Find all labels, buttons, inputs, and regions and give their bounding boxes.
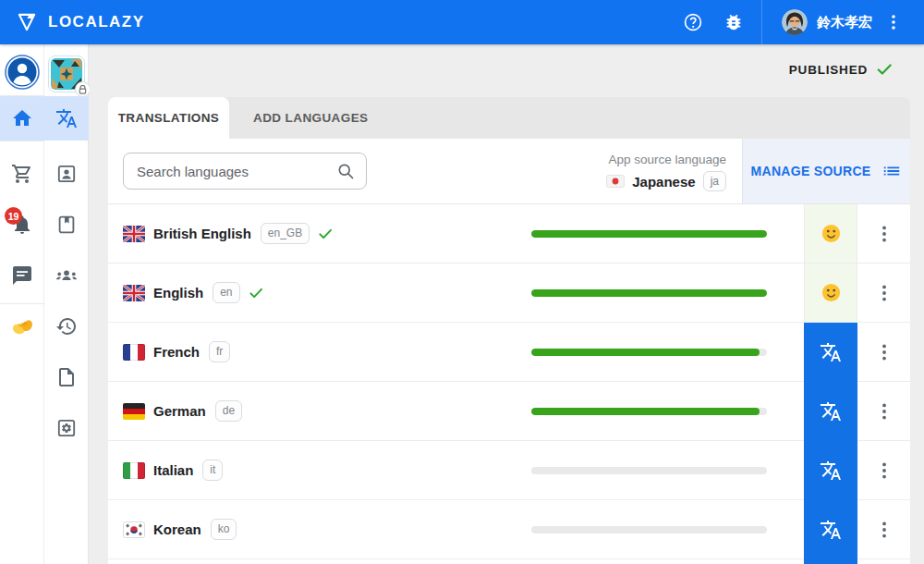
translation-progress-bar	[531, 289, 767, 297]
translate-action-cell[interactable]	[804, 382, 857, 441]
flag-de-icon	[123, 403, 145, 420]
localazy-logo-icon	[15, 10, 39, 34]
project-sidebar	[44, 44, 89, 564]
published-label: PUBLISHED	[789, 63, 868, 77]
account-button[interactable]	[0, 50, 44, 94]
flag-jp-icon	[606, 175, 625, 188]
language-name: Italian	[153, 462, 193, 478]
translate-action-cell[interactable]	[804, 323, 857, 382]
language-name: English	[153, 285, 203, 300]
language-row[interactable]: British English en_GB	[108, 204, 910, 264]
history-icon	[55, 315, 78, 337]
language-name: Korean	[153, 521, 201, 537]
language-code-badge: fr	[209, 341, 230, 362]
sidebar-item-glossary[interactable]	[44, 202, 89, 247]
language-row[interactable]: English en	[108, 264, 910, 323]
file-icon	[55, 366, 78, 388]
bug-report-icon[interactable]	[723, 12, 744, 32]
sidebar-item-translations[interactable]	[44, 96, 89, 141]
row-menu-button[interactable]	[877, 441, 892, 499]
flag-it-icon	[123, 462, 145, 479]
sidebar-item-files[interactable]	[44, 355, 89, 399]
header-divider	[761, 0, 762, 44]
translate-action-cell[interactable]	[804, 500, 857, 559]
review-status-cell[interactable]	[804, 264, 857, 322]
translate-icon	[55, 107, 78, 129]
sidebar-item-messages[interactable]	[0, 253, 44, 298]
top-bar: LOCALAZY 鈴木孝宏	[0, 0, 924, 44]
language-code-badge: de	[215, 400, 242, 421]
flag-gb-icon	[123, 285, 145, 301]
sidebar-item-team[interactable]	[44, 253, 89, 298]
manage-source-button[interactable]: MANAGE SOURCE	[742, 139, 910, 203]
language-name: British English	[153, 226, 251, 241]
language-code-badge: en_GB	[261, 223, 310, 243]
language-name: French	[153, 344, 200, 360]
source-language-name: Japanese	[632, 174, 695, 190]
sidebar-item-store[interactable]	[0, 152, 44, 196]
help-icon[interactable]	[683, 12, 703, 32]
flag-kr-icon	[123, 521, 145, 538]
publish-status[interactable]: PUBLISHED	[789, 60, 894, 79]
sidebar-item-settings[interactable]	[44, 406, 89, 450]
language-name: German	[153, 403, 206, 419]
language-row[interactable]: German de	[108, 382, 910, 441]
language-code-badge: ko	[211, 519, 237, 539]
search-icon	[336, 162, 355, 180]
translations-card: App source language Japanese ja MANAGE S…	[108, 139, 910, 564]
translate-action-cell[interactable]	[804, 559, 857, 564]
row-menu-button[interactable]	[877, 264, 892, 322]
sidebar-item-contributors[interactable]	[44, 152, 89, 196]
translation-progress-bar	[531, 467, 767, 474]
row-menu-button[interactable]	[877, 323, 892, 381]
home-icon	[11, 107, 33, 129]
language-code-badge: it	[202, 460, 223, 480]
flag-fr-icon	[123, 344, 145, 361]
translation-progress-bar	[531, 230, 767, 238]
language-row[interactable]: Korean ko	[108, 500, 910, 559]
user-avatar[interactable]	[782, 9, 808, 35]
tab-bar: TRANSLATIONS ADD LANGUAGES	[108, 97, 910, 139]
account-avatar-icon	[5, 55, 40, 90]
published-check-icon	[875, 60, 894, 79]
project-app-button[interactable]	[44, 52, 89, 96]
settings-gear-icon	[55, 417, 78, 439]
toolbar: App source language Japanese ja MANAGE S…	[108, 139, 910, 204]
brand[interactable]: LOCALAZY	[15, 0, 145, 44]
translation-progress-bar	[531, 349, 767, 356]
notification-badge: 19	[5, 207, 22, 225]
sidebar-item-community[interactable]	[0, 304, 44, 349]
brand-name: LOCALAZY	[48, 13, 145, 31]
tab-translations[interactable]: TRANSLATIONS	[108, 97, 229, 139]
lock-badge-icon	[75, 81, 91, 97]
user-name[interactable]: 鈴木孝宏	[817, 0, 872, 44]
localazy-app: LOCALAZY 鈴木孝宏	[0, 0, 924, 564]
manage-source-label: MANAGE SOURCE	[751, 164, 871, 178]
row-menu-button[interactable]	[877, 204, 892, 263]
review-status-cell[interactable]	[804, 204, 857, 263]
approved-check-icon	[248, 285, 264, 301]
row-menu-button[interactable]	[877, 382, 892, 440]
sidebar-item-home[interactable]	[0, 96, 44, 141]
translate-action-cell[interactable]	[804, 441, 857, 500]
rail-divider	[0, 141, 44, 141]
source-language-label: App source language	[606, 153, 726, 166]
tab-add-languages[interactable]: ADD LANGUAGES	[229, 97, 392, 139]
sidebar-item-notifications[interactable]: 19	[0, 202, 44, 247]
language-row[interactable]: French fr	[108, 323, 910, 382]
contributor-card-icon	[55, 163, 78, 185]
sidebar-item-history[interactable]	[44, 304, 89, 349]
approved-check-icon	[317, 226, 334, 242]
primary-sidebar: 19	[0, 44, 44, 564]
source-language-info: App source language Japanese ja	[606, 153, 726, 191]
handshake-icon	[10, 314, 35, 339]
bookmark-book-icon	[55, 214, 78, 236]
header-menu-icon[interactable]	[889, 15, 898, 30]
main-content: PUBLISHED TRANSLATIONS ADD LANGUAGES App	[90, 44, 924, 564]
row-menu-button[interactable]	[877, 500, 892, 558]
search-input[interactable]	[124, 164, 336, 179]
language-row[interactable]: Italian it	[108, 441, 910, 500]
search-box[interactable]	[123, 153, 367, 190]
translation-progress-bar	[531, 526, 767, 533]
language-row-partial[interactable]	[108, 559, 910, 564]
